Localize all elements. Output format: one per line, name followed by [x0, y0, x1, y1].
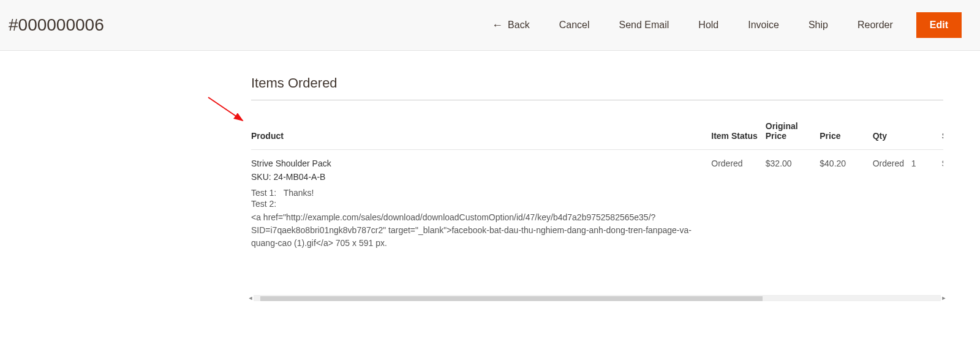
scroll-left-icon[interactable]: ◄	[247, 294, 254, 302]
page-header: #000000006 ← Back Cancel Send Email Hold…	[0, 0, 980, 51]
sku-label: SKU:	[251, 172, 271, 182]
option-label: Test 2:	[251, 199, 276, 209]
table-header-row: Product Item Status Original Price Price…	[251, 100, 943, 150]
qty-value: 1	[911, 159, 916, 168]
option-raw-html: <a href="http://example.com/sales/downlo…	[251, 211, 704, 250]
scroll-right-icon[interactable]: ►	[941, 294, 947, 302]
items-table: Product Item Status Original Price Price…	[251, 100, 943, 258]
col-qty: Qty	[873, 100, 942, 150]
product-option: Test 2:	[251, 199, 704, 209]
col-item-status: Item Status	[711, 100, 766, 150]
back-button[interactable]: ← Back	[477, 13, 545, 37]
product-sku: SKU: 24-MB04-A-B	[251, 172, 704, 182]
order-number-title: #000000006	[6, 15, 104, 35]
send-email-button[interactable]: Send Email	[605, 13, 684, 37]
cell-price: $40.20	[820, 150, 872, 259]
items-ordered-section: Items Ordered Product Item Status Origin…	[251, 75, 943, 258]
sku-value: 24-MB04-A-B	[274, 172, 326, 182]
horizontal-scrollbar[interactable]: ◄ ►	[251, 295, 943, 302]
scroll-thumb[interactable]	[260, 296, 763, 301]
cell-subtotal: $40	[942, 150, 943, 259]
cell-original-price: $32.00	[766, 150, 820, 259]
edit-button[interactable]: Edit	[916, 12, 962, 38]
ship-button[interactable]: Ship	[794, 13, 843, 37]
col-original-price: Original Price	[766, 100, 820, 150]
col-subtotal: Sub	[942, 100, 943, 150]
col-price: Price	[820, 100, 872, 150]
product-option: Test 1: Thanks!	[251, 188, 704, 198]
cell-product: Strive Shoulder Pack SKU: 24-MB04-A-B Te…	[251, 150, 711, 259]
table-row: Strive Shoulder Pack SKU: 24-MB04-A-B Te…	[251, 150, 943, 259]
qty-label: Ordered	[873, 159, 904, 168]
cell-qty: Ordered 1	[873, 150, 942, 259]
product-name: Strive Shoulder Pack	[251, 159, 704, 168]
svg-line-0	[208, 97, 243, 121]
option-label: Test 1:	[251, 188, 276, 198]
header-actions: ← Back Cancel Send Email Hold Invoice Sh…	[477, 12, 962, 38]
content: Items Ordered Product Item Status Origin…	[0, 51, 980, 315]
scroll-track[interactable]	[254, 295, 941, 301]
items-table-wrap[interactable]: Product Item Status Original Price Price…	[251, 100, 943, 258]
annotation-arrow-icon	[207, 96, 256, 133]
col-product: Product	[251, 100, 711, 150]
reorder-button[interactable]: Reorder	[843, 13, 908, 37]
section-title: Items Ordered	[251, 75, 943, 100]
hold-button[interactable]: Hold	[684, 13, 733, 37]
cancel-button[interactable]: Cancel	[545, 13, 605, 37]
back-label: Back	[508, 20, 530, 31]
arrow-left-icon: ←	[492, 20, 503, 31]
invoice-button[interactable]: Invoice	[733, 13, 794, 37]
cell-status: Ordered	[711, 150, 766, 259]
option-value: Thanks!	[284, 188, 314, 198]
